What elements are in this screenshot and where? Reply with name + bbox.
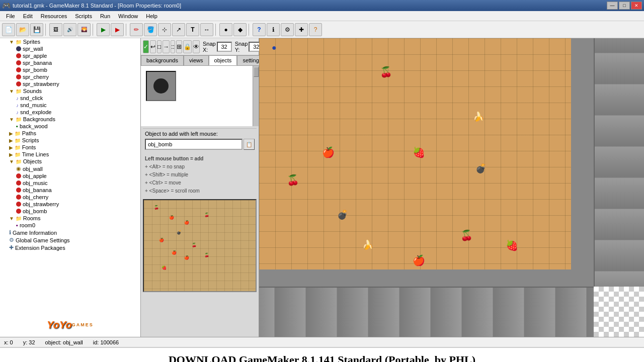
tree-objects-folder[interactable]: ▼ 📁 Objects [0, 158, 140, 165]
open-button[interactable]: 📂 [16, 23, 29, 36]
new-button[interactable]: 📄 [2, 23, 15, 36]
arrow-right-button[interactable]: → [163, 40, 170, 53]
download-banner[interactable]: DOWNLOAD GameMaker 8.1.141 Standard (Por… [0, 347, 644, 362]
tree-spr-apple[interactable]: spr_apple [0, 52, 140, 59]
tree-obj-music[interactable]: obj_music [0, 179, 140, 187]
obj-name-input[interactable] [145, 139, 243, 150]
tool-text[interactable]: T [186, 23, 199, 36]
scroll-thumb[interactable] [254, 67, 259, 77]
menu-resources[interactable]: Resources [37, 12, 71, 20]
maximize-button[interactable]: □ [619, 2, 630, 10]
tool-diamond[interactable]: ◆ [233, 23, 247, 36]
tree-sounds-folder[interactable]: ▼ 📁 Sounds [0, 87, 140, 95]
tree-timelines-folder[interactable]: ▶ 📁 Time Lines [0, 151, 140, 158]
tree-snd-music[interactable]: ♪ snd_music [0, 102, 140, 109]
snap-button[interactable]: ⊞ [176, 40, 182, 53]
tree-paths-folder[interactable]: ▶ 📁 Paths [0, 130, 140, 137]
tree-obj-cherry[interactable]: obj_cherry [0, 194, 140, 201]
run-button[interactable]: ▶ [97, 23, 110, 36]
tree-fonts-folder[interactable]: ▶ 📁 Fonts [0, 144, 140, 151]
menu-edit[interactable]: Edit [19, 12, 37, 20]
tree-snd-explode[interactable]: ♪ snd_explode [0, 109, 140, 116]
minimap[interactable]: 🍒 🍎 🍎 🍒 💣 🍎 🍒 🍎 🍎 🍒 🍓 [143, 199, 257, 292]
tool-fill[interactable]: 🪣 [144, 23, 157, 36]
tab-objects[interactable]: objects [209, 55, 237, 65]
sep5 [249, 24, 251, 36]
canvas-banana-2[interactable]: 🍌 [362, 239, 373, 250]
snap-x-input[interactable] [217, 42, 232, 52]
canvas-apple-1[interactable]: 🍎 [322, 146, 335, 158]
canvas-cherry-2[interactable]: 🍒 [287, 174, 299, 186]
tree-spr-banana[interactable]: spr_banana [0, 59, 140, 66]
canvas-strawberry-2[interactable]: 🍓 [506, 239, 518, 251]
canvas-apple-2[interactable]: 🍎 [413, 254, 425, 266]
lock-button[interactable]: 🔒 [183, 40, 192, 53]
canvas-bomb-2[interactable]: 💣 [337, 209, 348, 220]
tree-global-settings[interactable]: ⚙ Global Game Settings [0, 236, 140, 244]
tree-room0[interactable]: ▪ room0 [0, 222, 140, 229]
help2-button[interactable]: ? [309, 23, 322, 36]
tool-select[interactable]: ⊹ [158, 23, 171, 36]
info-button[interactable]: ℹ [267, 23, 280, 36]
canvas-cherry-1[interactable]: 🍒 [380, 66, 392, 78]
canvas-bomb-1[interactable]: 💣 [475, 163, 487, 174]
settings-button[interactable]: ⚙ [281, 23, 294, 36]
folder-icon: ▼ 📁 [9, 216, 22, 221]
tree-spr-wall[interactable]: spr_wall [0, 45, 140, 52]
folder-icon: ▶ 📁 [9, 152, 21, 157]
menu-run[interactable]: Run [96, 12, 114, 20]
tree-scripts-folder[interactable]: ▶ 📁 Scripts [0, 137, 140, 144]
menu-file[interactable]: File [2, 12, 19, 20]
grid-button[interactable]: :: [171, 40, 175, 53]
undo-button[interactable]: ↩ [150, 40, 156, 53]
minimize-button[interactable]: — [607, 2, 618, 10]
tree-obj-wall[interactable]: ◉ obj_wall [0, 165, 140, 172]
hints-panel: Left mouse button = add + <Alt> = no sna… [141, 153, 259, 197]
add-bg-button[interactable]: 🌄 [77, 23, 91, 36]
tool-transform[interactable]: ↔ [200, 23, 213, 36]
tree-obj-strawberry[interactable]: obj_strawberry [0, 201, 140, 208]
room-canvas-panel[interactable]: ● 🍒 🍒 🍒 🍎 🍎 🍌 🍌 🍓 🍓 💣 💣 [259, 38, 644, 337]
tree-game-info[interactable]: ℹ Game Information [0, 229, 140, 236]
extra-button[interactable]: ✚ [295, 23, 308, 36]
canvas-banana-1[interactable]: 🍌 [473, 111, 484, 122]
tree-obj-banana[interactable]: obj_banana [0, 187, 140, 194]
scroll-bar[interactable] [253, 66, 259, 126]
canvas-cherry-3[interactable]: 🍒 [460, 229, 473, 241]
tab-views[interactable]: views [184, 55, 209, 65]
eye-button[interactable]: 👁 [193, 40, 200, 53]
tree-obj-bomb[interactable]: obj_bomb [0, 208, 140, 215]
obj-cherry-label: obj_cherry [23, 194, 48, 200]
menu-window[interactable]: Window [114, 12, 142, 20]
debug-button[interactable]: ▶ [111, 23, 124, 36]
tree-spr-bomb[interactable]: spr_bomb [0, 66, 140, 73]
menu-scripts[interactable]: Scripts [71, 12, 96, 20]
tree-back-wood[interactable]: ▪ back_wood [0, 123, 140, 130]
tree-backgrounds-folder[interactable]: ▼ 📁 Backgrounds [0, 116, 140, 123]
room-view-button[interactable]: □ [157, 40, 162, 53]
add-sound-button[interactable]: 🔊 [63, 23, 76, 36]
global-settings-label: Global Game Settings [16, 237, 70, 243]
tree-ext-packages[interactable]: ✚ Extension Packages [0, 244, 140, 251]
confirm-button[interactable]: ✓ [143, 40, 149, 53]
help-button[interactable]: ? [253, 23, 266, 36]
tab-backgrounds[interactable]: backgrounds [141, 55, 184, 65]
canvas-strawberry-1[interactable]: 🍓 [413, 146, 425, 158]
tree-obj-apple[interactable]: obj_apple [0, 172, 140, 179]
tree-spr-strawberry[interactable]: spr_strawberry [0, 80, 140, 87]
add-sprite-button[interactable]: 🖼 [49, 23, 62, 36]
tree-rooms-folder[interactable]: ▼ 📁 Rooms [0, 215, 140, 222]
tool-circle[interactable]: ● [219, 23, 232, 36]
tree-spr-cherry[interactable]: spr_cherry [0, 73, 140, 80]
obj-browse-button[interactable]: 📋 [244, 139, 255, 150]
tool-pencil[interactable]: ✏ [130, 23, 143, 36]
room-canvas[interactable]: ● 🍒 🍒 🍒 🍎 🍎 🍌 🍌 🍓 🍓 💣 💣 [259, 38, 571, 269]
close-button[interactable]: ✕ [631, 2, 642, 10]
game-info-label: Game Information [13, 230, 57, 236]
tree-snd-click[interactable]: ♪ snd_click [0, 95, 140, 102]
menu-help[interactable]: Help [142, 12, 162, 20]
obj-player[interactable]: ● [272, 43, 277, 52]
save-button[interactable]: 💾 [30, 23, 43, 36]
tool-path[interactable]: ↗ [172, 23, 185, 36]
tree-sprites-folder[interactable]: ▼ 📁 Sprites [0, 38, 140, 45]
